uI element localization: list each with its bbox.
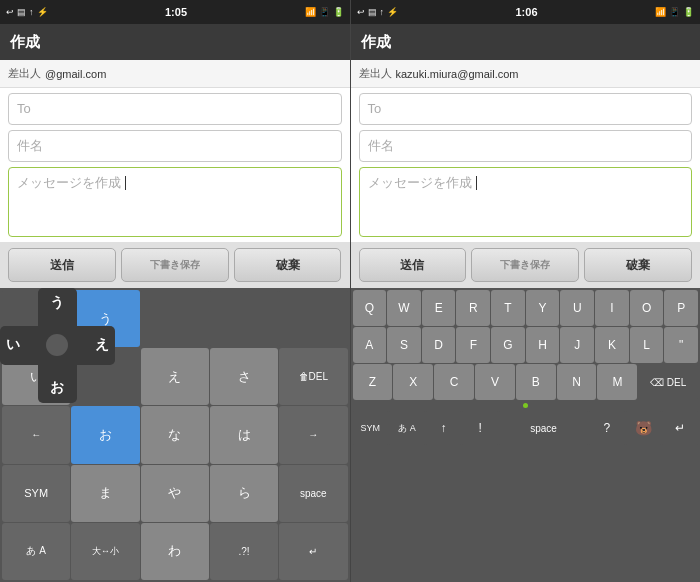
green-dot (523, 403, 528, 408)
right-action-bar: 送信 下書き保存 破棄 (351, 242, 701, 288)
key-question[interactable]: ? (589, 410, 625, 446)
jp-key-na[interactable]: な (141, 406, 209, 463)
jp-key-sa[interactable]: さ (210, 348, 278, 405)
right-message-placeholder: メッセージを作成 (368, 175, 472, 190)
dpad-down[interactable]: お (50, 379, 64, 397)
key-space-q[interactable]: space (499, 410, 588, 446)
key-o[interactable]: O (630, 290, 664, 326)
jp-key-a[interactable]: あ A (2, 523, 70, 580)
right-title-bar: 作成 (351, 24, 701, 60)
key-i[interactable]: I (595, 290, 629, 326)
key-sym[interactable]: SYM (353, 410, 389, 446)
jp-key-e[interactable]: え (141, 348, 209, 405)
jp-key-empty-3[interactable] (210, 290, 278, 347)
left-to-field[interactable]: To (8, 93, 342, 125)
right-subject-field[interactable]: 件名 (359, 130, 693, 162)
key-u[interactable]: U (560, 290, 594, 326)
key-q[interactable]: Q (353, 290, 387, 326)
key-r[interactable]: R (456, 290, 490, 326)
jp-key-ma[interactable]: ま (71, 465, 139, 522)
key-t[interactable]: T (491, 290, 525, 326)
key-g[interactable]: G (491, 327, 525, 363)
left-status-bar: ↩ ▤ ↑ ⚡ 1:05 📶 📱 🔋 (0, 0, 350, 24)
left-message-area[interactable]: メッセージを作成 (8, 167, 342, 237)
left-keyboard-jp: う い え さ 🗑DEL ← お な は → SYM ま や ら space あ… (0, 288, 350, 582)
right-draft-button[interactable]: 下書き保存 (471, 248, 579, 282)
key-y[interactable]: Y (526, 290, 560, 326)
dpad-overlay[interactable]: う い え お (0, 288, 115, 403)
jp-key-o[interactable]: お (71, 406, 139, 463)
qwerty-row-3: Z X C V B N M ⌫ DEL (353, 364, 699, 400)
left-draft-button[interactable]: 下書き保存 (121, 248, 229, 282)
key-p[interactable]: P (664, 290, 698, 326)
left-discard-button[interactable]: 破棄 (234, 248, 342, 282)
key-h[interactable]: H (526, 327, 560, 363)
right-status-icons-left: ↩ ▤ ↑ ⚡ (357, 7, 399, 17)
jp-key-left[interactable]: ← (2, 406, 70, 463)
r-battery-icon: 🔋 (683, 7, 694, 17)
right-title: 作成 (361, 33, 391, 52)
right-send-button[interactable]: 送信 (359, 248, 467, 282)
left-title: 作成 (10, 33, 40, 52)
key-d[interactable]: D (422, 327, 456, 363)
up-icon: ↑ (29, 7, 34, 17)
jp-key-ra[interactable]: ら (210, 465, 278, 522)
right-discard-button[interactable]: 破棄 (584, 248, 692, 282)
key-m[interactable]: M (597, 364, 637, 400)
key-x[interactable]: X (393, 364, 433, 400)
key-enter-q[interactable]: ↵ (662, 410, 698, 446)
key-v[interactable]: V (475, 364, 515, 400)
jp-key-wa[interactable]: わ (141, 523, 209, 580)
jp-key-ha[interactable]: は (210, 406, 278, 463)
jp-key-empty-4[interactable] (279, 290, 347, 347)
left-send-button[interactable]: 送信 (8, 248, 116, 282)
key-del[interactable]: ⌫ DEL (638, 364, 698, 400)
r-menu-icon: ▤ (368, 7, 377, 17)
key-a[interactable]: A (353, 327, 387, 363)
key-k[interactable]: K (595, 327, 629, 363)
dpad-right[interactable]: え (95, 336, 109, 354)
right-time: 1:06 (515, 6, 537, 18)
key-quote[interactable]: " (664, 327, 698, 363)
key-shift[interactable]: ↑ (426, 410, 462, 446)
key-jp-toggle[interactable]: あ A (389, 410, 425, 446)
left-action-bar: 送信 下書き保存 破棄 (0, 242, 350, 288)
jp-key-ya[interactable]: や (141, 465, 209, 522)
r-wifi-icon: 📶 (655, 7, 666, 17)
key-bear[interactable]: 🐻 (626, 410, 662, 446)
left-cursor (125, 176, 126, 190)
key-n[interactable]: N (557, 364, 597, 400)
right-subject-placeholder: 件名 (368, 138, 394, 153)
left-subject-field[interactable]: 件名 (8, 130, 342, 162)
key-z[interactable]: Z (353, 364, 393, 400)
jp-key-sym[interactable]: SYM (2, 465, 70, 522)
right-to-placeholder: To (368, 101, 382, 116)
jp-key-size[interactable]: 大↔小 (71, 523, 139, 580)
key-l[interactable]: L (630, 327, 664, 363)
key-s[interactable]: S (387, 327, 421, 363)
key-exclaim[interactable]: ! (462, 410, 498, 446)
qwerty-row-1: Q W E R T Y U I O P (353, 290, 699, 326)
r-usb-icon: ⚡ (387, 7, 398, 17)
right-to-field[interactable]: To (359, 93, 693, 125)
dpad-left[interactable]: い (6, 336, 20, 354)
right-cursor (476, 176, 477, 190)
key-j[interactable]: J (560, 327, 594, 363)
dpad-up[interactable]: う (50, 294, 64, 312)
jp-key-space[interactable]: space (279, 465, 347, 522)
jp-key-del[interactable]: 🗑DEL (279, 348, 347, 405)
key-f[interactable]: F (456, 327, 490, 363)
jp-key-punct[interactable]: .?! (210, 523, 278, 580)
right-message-area[interactable]: メッセージを作成 (359, 167, 693, 237)
jp-key-empty-2[interactable] (141, 290, 209, 347)
r-up-icon: ↑ (380, 7, 385, 17)
left-status-icons-left: ↩ ▤ ↑ ⚡ (6, 7, 48, 17)
key-e[interactable]: E (422, 290, 456, 326)
left-status-icons-right: 📶 📱 🔋 (305, 7, 344, 17)
key-w[interactable]: W (387, 290, 421, 326)
key-b[interactable]: B (516, 364, 556, 400)
battery-icon: 🔋 (333, 7, 344, 17)
jp-key-enter[interactable]: ↵ (279, 523, 347, 580)
key-c[interactable]: C (434, 364, 474, 400)
jp-key-right[interactable]: → (279, 406, 347, 463)
